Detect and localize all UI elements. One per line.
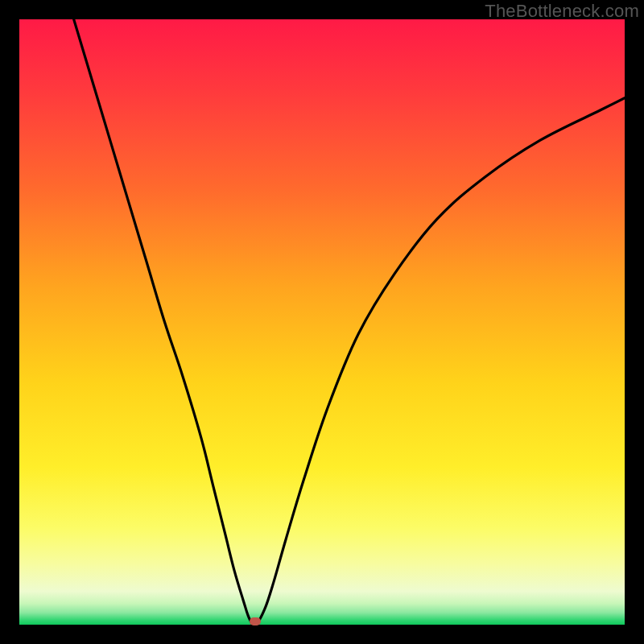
gradient-background bbox=[19, 19, 625, 625]
chart-frame bbox=[19, 19, 625, 625]
optimal-point-marker bbox=[250, 617, 261, 625]
watermark-text: TheBottleneck.com bbox=[485, 1, 639, 22]
chart-svg bbox=[19, 19, 625, 625]
